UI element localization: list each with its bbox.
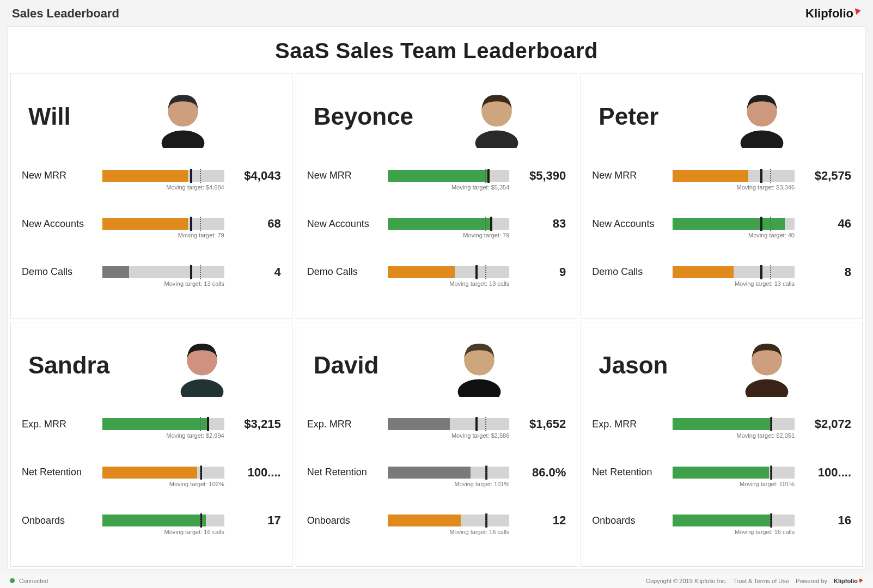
target-marker: [475, 417, 478, 431]
metric-label: Net Retention: [307, 467, 382, 478]
moving-target-note: Moving target: 16 calls: [449, 529, 509, 535]
moving-target-line: [200, 169, 201, 183]
metrics-list: Exp. MRR$2,072Moving target: $2,051Net R…: [592, 401, 851, 562]
svg-point-2: [475, 131, 518, 148]
metric-value: $2,575: [800, 169, 851, 183]
bar-fill: [102, 266, 129, 278]
metric-row: Exp. MRR$2,072Moving target: $2,051: [592, 417, 851, 452]
leaderboard-grid: Will New MRR$4,043Moving target: $4,684N…: [8, 73, 865, 569]
svg-point-10: [745, 379, 788, 396]
bullet-chart: [102, 514, 224, 526]
card-header: Sandra: [22, 330, 281, 401]
avatar: [428, 85, 566, 148]
metric-row: Net Retention100....Moving target: 101%: [592, 465, 851, 500]
moving-target-line: [485, 217, 486, 231]
target-marker: [190, 217, 192, 231]
metric-label: New MRR: [22, 170, 97, 181]
avatar: [85, 85, 281, 148]
metric-value: 17: [230, 513, 281, 528]
metrics-list: New MRR$4,043Moving target: $4,684New Ac…: [22, 152, 281, 314]
avatar: [393, 334, 566, 397]
metric-row: Exp. MRR$1,652Moving target: $2,586: [307, 417, 566, 452]
bar-fill: [102, 514, 206, 526]
metric-label: Exp. MRR: [22, 419, 97, 430]
target-marker: [760, 169, 762, 183]
bullet-chart: [388, 467, 510, 479]
bar-fill: [673, 266, 734, 278]
metric-value: 46: [800, 217, 851, 231]
metric-value: 100....: [230, 465, 281, 480]
metric-row: Demo Calls8Moving target: 13 calls: [592, 265, 851, 300]
metric-value: 9: [515, 265, 566, 279]
moving-target-note: Moving target: $2,586: [451, 432, 509, 439]
moving-target-line: [485, 513, 486, 528]
bar-fill: [673, 514, 770, 526]
bar-fill: [388, 218, 490, 230]
metrics-list: New MRR$5,390Moving target: $5,354New Ac…: [307, 152, 566, 314]
metric-label: Onboards: [592, 515, 667, 526]
metric-label: Demo Calls: [307, 266, 382, 278]
footer-brand-logo[interactable]: Klipfolio: [834, 578, 863, 584]
bar-fill: [388, 266, 455, 278]
bullet-chart: [673, 218, 795, 230]
moving-target-line: [200, 265, 201, 279]
person-name: Peter: [592, 103, 658, 130]
status-dot-icon: [10, 578, 15, 583]
metric-row: Exp. MRR$3,215Moving target: $2,994: [22, 417, 281, 452]
target-marker: [487, 169, 490, 183]
bullet-chart: [388, 514, 510, 526]
moving-target-note: Moving target: $5,354: [451, 184, 509, 191]
bar-fill: [102, 418, 207, 430]
metric-row: Net Retention86.0%Moving target: 101%: [307, 465, 566, 500]
target-marker: [760, 217, 762, 231]
footer-terms-link[interactable]: Trust & Terms of Use: [733, 578, 789, 584]
target-marker: [760, 265, 762, 279]
metric-row: Onboards12Moving target: 16 calls: [307, 513, 566, 548]
metric-label: Demo Calls: [592, 266, 667, 278]
bar-fill: [388, 418, 450, 430]
card-header: Jason: [592, 330, 851, 401]
bullet-chart: [388, 218, 510, 230]
footer-powered-by: Powered by: [796, 578, 827, 584]
moving-target-note: Moving target: 101%: [740, 481, 795, 487]
moving-target-line: [485, 465, 486, 480]
topbar-title: Sales Leaderboard: [12, 7, 119, 21]
metric-label: Exp. MRR: [592, 419, 667, 430]
metric-value: $2,072: [800, 417, 851, 431]
footer-copyright: Copyright © 2019 Klipfolio Inc.: [646, 578, 727, 584]
metric-row: Onboards17Moving target: 16 calls: [22, 513, 281, 548]
moving-target-note: Moving target: $3,346: [737, 184, 795, 191]
leaderboard-card: Jason Exp. MRR$2,072Moving target: $2,05…: [581, 322, 863, 567]
bullet-chart: [388, 266, 510, 278]
bar-fill: [673, 170, 748, 182]
metric-row: New MRR$4,043Moving target: $4,684: [22, 169, 281, 204]
person-name: Sandra: [22, 352, 109, 379]
moving-target-note: Moving target: 16 calls: [164, 529, 224, 535]
metric-label: New Accounts: [592, 218, 667, 230]
metrics-list: Exp. MRR$3,215Moving target: $2,994Net R…: [22, 401, 281, 562]
metric-row: New Accounts68Moving target: 79: [22, 217, 281, 252]
card-header: Peter: [592, 81, 851, 152]
bullet-chart: [673, 514, 795, 526]
avatar: [682, 334, 852, 397]
moving-target-line: [200, 513, 201, 528]
moving-target-note: Moving target: $4,684: [166, 184, 224, 191]
topbar: Sales Leaderboard Klipfolio: [0, 0, 873, 26]
moving-target-line: [770, 417, 771, 431]
moving-target-note: Moving target: 13 calls: [164, 280, 224, 287]
metrics-list: Exp. MRR$1,652Moving target: $2,586Net R…: [307, 401, 566, 562]
bar-fill: [673, 467, 769, 479]
card-header: David: [307, 330, 566, 401]
bullet-chart: [388, 418, 510, 430]
metric-row: New MRR$2,575Moving target: $3,346: [592, 169, 851, 204]
brand-logo[interactable]: Klipfolio: [805, 7, 861, 21]
metric-value: $5,390: [515, 169, 566, 183]
metric-value: $4,043: [230, 169, 281, 183]
metric-label: New MRR: [592, 170, 667, 181]
svg-point-0: [161, 131, 204, 148]
bar-fill: [388, 170, 487, 182]
moving-target-note: Moving target: 102%: [169, 481, 224, 487]
moving-target-note: Moving target: 79: [463, 232, 509, 238]
avatar: [124, 334, 280, 397]
bar-fill: [388, 467, 471, 479]
